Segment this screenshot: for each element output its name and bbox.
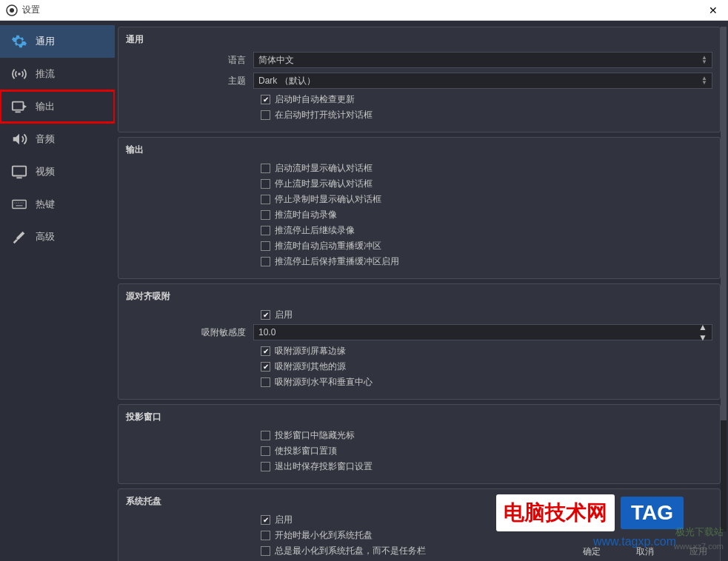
section-title: 通用 — [126, 33, 712, 46]
section-title: 输出 — [126, 144, 712, 156]
always-minimize-checkbox[interactable] — [261, 546, 270, 556]
snap-center-checkbox[interactable] — [261, 377, 270, 387]
section-title: 投影窗口 — [126, 411, 712, 423]
watermark-corner-url: www.xz7.com — [674, 542, 724, 551]
sidebar-item-audio[interactable]: 音频 — [0, 123, 115, 155]
language-label: 语言 — [126, 54, 253, 67]
open-stats-label: 在启动时打开统计对话框 — [275, 109, 373, 121]
section-general: 通用 语言 简体中文▲▼ 主题 Dark （默认）▲▼ 启动时自动检查更新 在启… — [118, 27, 721, 132]
start-minimized-checkbox[interactable] — [261, 531, 270, 540]
antenna-icon — [10, 65, 28, 83]
tray-enable-checkbox[interactable] — [261, 515, 270, 525]
theme-label: 主题 — [126, 75, 253, 87]
output-icon — [10, 98, 28, 115]
stop-record-confirm-checkbox[interactable] — [261, 195, 270, 204]
sidebar-item-label: 音频 — [36, 132, 55, 146]
scrollbar-thumb[interactable] — [721, 27, 727, 420]
sidebar: 通用 推流 输出 音频 视频 热键 高级 — [0, 21, 115, 561]
stop-stream-confirm-checkbox[interactable] — [261, 179, 270, 189]
sidebar-item-label: 输出 — [36, 100, 55, 113]
sidebar-item-label: 推流 — [36, 67, 55, 81]
auto-replay-buffer-checkbox[interactable] — [261, 241, 270, 251]
keep-replay-buffer-checkbox[interactable] — [261, 257, 270, 266]
svg-rect-5 — [13, 167, 26, 176]
monitor-icon — [10, 163, 28, 181]
svg-rect-3 — [13, 102, 24, 110]
sensitivity-label: 吸附敏感度 — [126, 326, 253, 339]
theme-select[interactable]: Dark （默认）▲▼ — [253, 73, 712, 89]
sidebar-item-hotkeys[interactable]: 热键 — [0, 188, 115, 221]
close-button[interactable]: ✕ — [704, 4, 722, 16]
section-snap: 源对齐吸附 启用 吸附敏感度 10.0▲▼ 吸附源到屏幕边缘 吸附源到其他的源 … — [118, 283, 721, 400]
snap-enable-checkbox[interactable] — [261, 310, 270, 320]
svg-rect-7 — [13, 201, 26, 209]
sidebar-item-label: 高级 — [36, 230, 55, 243]
sidebar-item-label: 通用 — [36, 35, 55, 48]
sidebar-item-general[interactable]: 通用 — [0, 25, 115, 58]
auto-record-stream-checkbox[interactable] — [261, 210, 270, 220]
keyboard-icon — [10, 195, 28, 213]
snap-screen-edge-checkbox[interactable] — [261, 346, 270, 356]
check-update-label: 启动时自动检查更新 — [275, 93, 355, 106]
sidebar-item-stream[interactable]: 推流 — [0, 58, 115, 90]
watermark: 电脑技术网 TAG — [496, 494, 684, 531]
section-projector: 投影窗口 投影窗口中隐藏光标 使投影窗口置顶 退出时保存投影窗口设置 — [118, 404, 721, 484]
watermark-corner: 极光下载站 — [675, 525, 724, 539]
tools-icon — [10, 228, 28, 246]
updown-icon: ▲▼ — [698, 322, 707, 343]
svg-point-1 — [10, 8, 14, 13]
main-panel: 通用 语言 简体中文▲▼ 主题 Dark （默认）▲▼ 启动时自动检查更新 在启… — [115, 21, 728, 561]
titlebar: 设置 ✕ — [0, 0, 728, 21]
updown-icon: ▲▼ — [701, 56, 707, 64]
window-title: 设置 — [22, 4, 704, 16]
check-update-checkbox[interactable] — [261, 95, 270, 104]
speaker-icon — [10, 130, 28, 148]
app-logo-icon — [6, 4, 18, 16]
open-stats-checkbox[interactable] — [261, 110, 270, 120]
start-stream-confirm-checkbox[interactable] — [261, 164, 270, 173]
snap-other-source-checkbox[interactable] — [261, 362, 270, 372]
sidebar-item-video[interactable]: 视频 — [0, 155, 115, 188]
gear-icon — [10, 33, 28, 50]
sidebar-item-output[interactable]: 输出 — [0, 90, 115, 123]
keep-recording-checkbox[interactable] — [261, 226, 270, 235]
sidebar-item-advanced[interactable]: 高级 — [0, 221, 115, 253]
scrollbar[interactable] — [721, 27, 727, 531]
watermark-url: www.tagxp.com — [593, 535, 676, 548]
sidebar-item-label: 热键 — [36, 198, 55, 211]
section-output: 输出 启动流时显示确认对话框 停止流时显示确认对话框 停止录制时显示确认对话框 … — [118, 137, 721, 279]
updown-icon: ▲▼ — [701, 76, 707, 85]
save-on-exit-checkbox[interactable] — [261, 462, 270, 471]
section-title: 源对齐吸附 — [126, 290, 712, 303]
sidebar-item-label: 视频 — [36, 165, 55, 178]
svg-point-2 — [18, 73, 21, 75]
language-select[interactable]: 简体中文▲▼ — [253, 52, 712, 68]
sensitivity-spinbox[interactable]: 10.0▲▼ — [253, 324, 712, 340]
always-on-top-checkbox[interactable] — [261, 446, 270, 456]
hide-cursor-checkbox[interactable] — [261, 431, 270, 440]
